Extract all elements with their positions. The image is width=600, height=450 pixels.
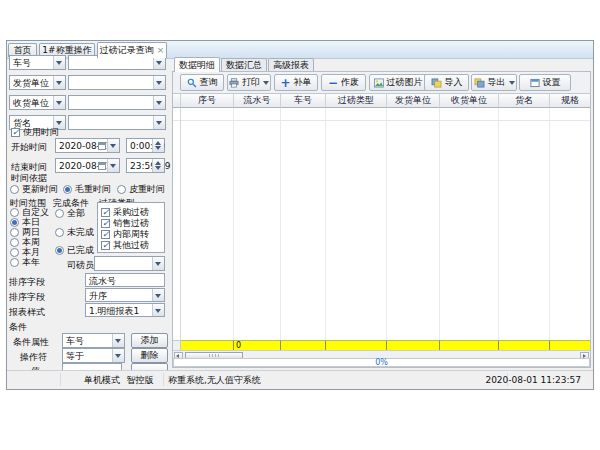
- col-header-flow-no[interactable]: 流水号: [234, 94, 281, 108]
- radio-range-today[interactable]: 本日: [10, 217, 40, 227]
- condition-group-label: 条件: [9, 322, 27, 332]
- checkbox-type-other-label: 其他过磅: [113, 240, 149, 250]
- spinner-arrows-icon[interactable]: [152, 139, 164, 152]
- row-indicator-header: [173, 94, 181, 108]
- weigher-combo[interactable]: [94, 256, 165, 271]
- checkbox-type-purchase[interactable]: 采购过磅: [101, 207, 149, 217]
- radio-finish-all-label: 全部: [67, 208, 85, 218]
- checkbox-type-internal-label: 内部周转: [113, 229, 149, 239]
- export-button[interactable]: 导出: [471, 74, 517, 91]
- report-style-value: 1.明细报表1: [89, 306, 139, 316]
- radio-finish-unfinished[interactable]: 未完成: [55, 227, 94, 237]
- field-value-shipper[interactable]: [68, 75, 166, 90]
- radio-range-week-label: 本周: [22, 237, 40, 247]
- sort-order-combo[interactable]: 升序: [85, 288, 165, 302]
- export-button-label: 导出: [488, 76, 506, 89]
- radio-icon: [10, 258, 19, 267]
- col-header-spec[interactable]: 规格: [550, 94, 590, 108]
- tab-data-detail[interactable]: 数据明细: [174, 57, 220, 72]
- field-selector-shipper[interactable]: 发货单位: [9, 75, 66, 90]
- col-header-weigh-type[interactable]: 过磅类型: [326, 94, 387, 108]
- col-header-shipper[interactable]: 发货单位: [387, 94, 440, 108]
- radio-range-today-label: 本日: [22, 217, 40, 227]
- field-selector-vehicle-label: 车号: [13, 58, 31, 68]
- condition-operator-combo[interactable]: 等于: [62, 348, 125, 363]
- tab-advanced-report[interactable]: 高级报表: [268, 58, 314, 71]
- settings-button-label: 设置: [543, 76, 561, 89]
- radio-basis-gross[interactable]: 毛重时间: [63, 184, 111, 194]
- calendar-icon: [98, 162, 106, 170]
- tab-data-summary[interactable]: 数据汇总: [221, 58, 267, 71]
- radio-range-month[interactable]: 本月: [10, 247, 40, 257]
- radio-basis-update[interactable]: 更新时间: [10, 184, 58, 194]
- supplement-order-button[interactable]: + 补单: [274, 74, 318, 91]
- tab-weigh-record-query[interactable]: 过磅记录查询×: [97, 42, 167, 58]
- checkbox-type-purchase-label: 采购过磅: [113, 207, 149, 217]
- import-button[interactable]: 导入: [424, 74, 469, 91]
- close-icon[interactable]: ×: [157, 45, 165, 55]
- radio-finish-unfinished-label: 未完成: [67, 227, 94, 237]
- chevron-down-icon: [153, 76, 165, 89]
- status-bar: 单机模式 智控版 称重系统,无人值守系统 2020-08-01 11:23:57: [7, 370, 593, 388]
- spinner-arrows-icon[interactable]: [152, 159, 164, 172]
- col-header-goods[interactable]: 货名: [499, 94, 550, 108]
- start-time-spinner[interactable]: 0:00:00: [126, 138, 165, 153]
- radio-finish-finished[interactable]: 已完成: [55, 245, 94, 255]
- progress-bar: 0%: [173, 358, 590, 367]
- field-value-goods[interactable]: [68, 115, 166, 130]
- radio-basis-tare[interactable]: 皮重时间: [117, 184, 165, 194]
- chevron-down-icon: [107, 159, 119, 172]
- weigh-photo-button[interactable]: 过磅图片: [369, 74, 427, 91]
- end-time-spinner[interactable]: 23:59:59: [126, 158, 165, 173]
- field-selector-vehicle[interactable]: 车号: [9, 55, 66, 70]
- field-selector-receiver[interactable]: 收货单位: [9, 95, 66, 110]
- field-value-receiver[interactable]: [68, 95, 166, 110]
- calendar-icon: [98, 142, 106, 150]
- radio-icon: [10, 238, 19, 247]
- sort-field-input[interactable]: 流水号: [85, 273, 165, 287]
- summary-total-cell: 0: [234, 340, 281, 350]
- tab-weighing-operation-label: 1#称重操作: [42, 45, 91, 55]
- summary-row: 0: [173, 340, 590, 350]
- sort-field-value: 流水号: [89, 276, 116, 286]
- query-button[interactable]: 查询: [180, 74, 224, 91]
- col-header-receiver[interactable]: 收货单位: [440, 94, 499, 108]
- checkbox-icon: [101, 219, 110, 228]
- settings-button[interactable]: 设置: [519, 74, 571, 91]
- checkbox-type-internal[interactable]: 内部周转: [101, 229, 149, 239]
- finish-condition-label: 完成条件: [53, 198, 89, 208]
- condition-attr-combo[interactable]: 车号: [62, 333, 125, 348]
- radio-range-two-days-label: 两日: [22, 227, 40, 237]
- col-header-vehicle[interactable]: 车号: [281, 94, 326, 108]
- radio-range-custom-label: 自定义: [22, 207, 49, 217]
- radio-range-year[interactable]: 本年: [10, 257, 40, 267]
- condition-operator-value: 等于: [66, 351, 84, 361]
- chevron-down-icon: [152, 257, 164, 270]
- grid-header-row: 序号 流水号 车号 过磅类型 发货单位 收货单位 货名 规格: [173, 94, 590, 108]
- radio-finish-all[interactable]: 全部: [55, 208, 85, 218]
- radio-range-month-label: 本月: [22, 247, 40, 257]
- radio-basis-tare-label: 皮重时间: [129, 184, 165, 194]
- checkbox-type-other[interactable]: 其他过磅: [101, 240, 149, 250]
- radio-range-custom[interactable]: 自定义: [10, 207, 49, 217]
- end-date-picker[interactable]: 2020-08-01: [55, 158, 120, 173]
- checkbox-type-sale[interactable]: 销售过磅: [101, 218, 149, 228]
- start-date-picker[interactable]: 2020-08-01: [55, 138, 120, 153]
- print-button[interactable]: 打印: [227, 74, 271, 91]
- plus-icon: +: [280, 78, 290, 88]
- field-selector-receiver-label: 收货单位: [13, 98, 49, 108]
- report-style-combo[interactable]: 1.明细报表1: [85, 303, 165, 317]
- radio-range-two-days[interactable]: 两日: [10, 227, 40, 237]
- status-datetime: 2020-08-01 11:23:57: [485, 375, 581, 385]
- condition-attr-label: 条件属性: [13, 337, 49, 347]
- delete-condition-button[interactable]: 删除: [131, 348, 168, 363]
- col-header-serial[interactable]: 序号: [181, 94, 234, 108]
- settings-window-icon: [530, 78, 540, 88]
- void-button[interactable]: − 作废: [321, 74, 366, 91]
- query-button-label: 查询: [200, 76, 218, 89]
- add-condition-button[interactable]: 添加: [131, 333, 168, 348]
- use-time-checkbox[interactable]: 使用时间: [11, 127, 59, 137]
- weigher-label: 司磅员: [67, 260, 94, 270]
- checkbox-icon: [101, 208, 110, 217]
- radio-range-week[interactable]: 本周: [10, 237, 40, 247]
